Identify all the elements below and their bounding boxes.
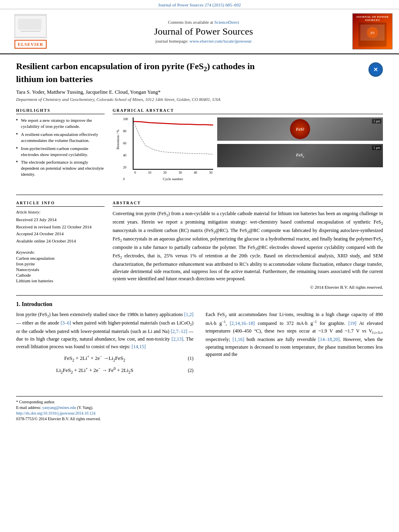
article-title: Resilient carbon encapsulation of iron p… [16,61,368,85]
homepage-url[interactable]: www.elsevier.com/locate/jpowsour [189,39,251,43]
sciencedirect-link[interactable]: ScienceDirect [214,20,239,25]
copyright-line: © 2014 Elsevier B.V. All rights reserved… [113,285,383,290]
fes2-circle-top: FeS2 [290,119,310,139]
scale-badge-top: 1 μm [372,119,381,123]
chart-x-ticks: 0 10 20 30 40 50 [134,171,213,175]
equation-2-block: Li2FeS2 + 2Li+ + 2e− → Fe0 + 2Li2S (2) [16,366,193,374]
retention-line-svg [134,119,213,156]
article-content: Resilient carbon encapsulation of iron p… [0,54,399,390]
crossmark-badge[interactable]: ✕ [368,62,383,77]
sem-image-bottom: FeS2 1 μm [217,144,383,167]
equation-2: Li2FeS2 + 2Li+ + 2e− → Fe0 + 2Li2S [16,366,173,374]
highlights-column: HIGHLIGHTS We report a new strategy to i… [16,108,105,189]
scale-badge-bottom: 1 μm [372,146,381,150]
journal-cover-image: JOURNAL OF POWER SOURCES PS [352,13,393,49]
graphical-abstract-header: GRAPHICAL ABSTRACT [113,108,383,114]
section-divider-1 [16,195,383,195]
highlights-header: HIGHLIGHTS [16,108,105,114]
keyword-item: Nanocrystals [16,267,105,272]
doi-link: http://dx.doi.org/10.1016/j.jpowsour.201… [16,411,383,415]
introduction-section: 1. Introduction Iron pyrite (FeS2) has b… [16,301,383,378]
graph-chart: 0 10 20 30 40 50 [133,117,213,170]
received-date: Received 23 July 2014 [16,217,105,223]
section-divider-2 [16,295,383,296]
highlights-graphical-section: HIGHLIGHTS We report a new strategy to i… [16,108,383,189]
svg-rect-1 [18,18,42,29]
graphical-abstract-content: Retention / % 100 80 60 40 20 0 [113,117,383,189]
affiliation: Department of Chemistry and Geochemistry… [16,97,383,102]
header-left: ELSEVIER [6,14,55,49]
keyword-item: Cathode [16,273,105,277]
article-info-column: ARTICLE INFO Article history: Received 2… [16,201,105,289]
journal-logo-text: JOURNAL OF POWER SOURCES [354,15,391,22]
abstract-header: ABSTRACT [113,201,383,207]
journal-logo-placeholder [14,14,47,38]
ref-1-16[interactable]: [1,16] [232,337,244,342]
history-label: Article history: [16,210,105,214]
equation-2-number: (2) [181,368,193,374]
sem-images-column: FeS2 1 μm FeS2 1 μm [217,117,383,189]
article-title-section: Resilient carbon encapsulation of iron p… [16,61,383,85]
corresponding-author-note: * Corresponding author. [16,400,383,404]
ref-3-6[interactable]: [3–6] [61,320,71,326]
footer-issn: 0378-7753/© 2014 Elsevier B.V. All right… [16,417,383,421]
intro-left-col: Iron pyrite (FeS2) has been extensively … [16,311,193,378]
chart-x-label: Cycle number [133,177,213,181]
ref-1-2[interactable]: [1,2] [184,312,193,317]
intro-text-right: Each FeS2 unit accommodates four Li-ions… [206,311,383,358]
svg-text:PS: PS [370,31,374,35]
doi-url[interactable]: http://dx.doi.org/10.1016/j.jpowsour.201… [16,411,95,415]
chart-y-ticks: 100 80 60 40 20 0 [123,117,128,181]
intro-title: Introduction [22,301,52,307]
sem-image-top: FeS2 1 μm [217,117,383,141]
intro-right-col: Each FeS2 unit accommodates four Li-ions… [206,311,383,378]
retention-chart: Retention / % 100 80 60 40 20 0 [133,117,213,181]
fes2-label-bottom: FeS2 [296,153,304,158]
email-note: E-mail address: yanyang@mines.edu (Y. Ya… [16,405,383,410]
homepage-line: journal homepage: www.elsevier.com/locat… [63,39,344,43]
ref-14-18-20[interactable]: [14–18,20] [318,337,339,342]
article-footer: * Corresponding author. E-mail address: … [16,396,383,424]
keyword-item: Carbon encapsulation [16,256,105,261]
highlights-list: We report a new strategy to improve the … [16,117,105,177]
ref-2-14-16-18[interactable]: [2,14,16–18] [230,320,255,326]
equation-1-number: (1) [181,355,193,362]
equation-1-block: FeS2 + 2Li+ + 2e− →Li2FeS2 (1) [16,354,193,362]
ref-19[interactable]: [19] [348,320,356,326]
ref-14-15[interactable]: [14,15] [132,344,146,349]
abstract-column: ABSTRACT Converting iron pyrite (FeS2) f… [113,201,383,289]
journal-title: Journal of Power Sources [63,26,344,37]
keywords-section: Keywords: Carbon encapsulation Iron pyri… [16,250,105,283]
accepted-date: Accepted 24 October 2014 [16,231,105,237]
journal-bar: Journal of Power Sources 274 (2015) 685–… [0,0,399,9]
intro-number: 1. [16,301,21,307]
intro-text-left: Iron pyrite (FeS2) has been extensively … [16,311,193,350]
graphical-abstract-column: GRAPHICAL ABSTRACT Retention / % 100 80 … [113,108,383,189]
revised-date: Received in revised form 22 October 2014 [16,224,105,230]
journal-header: ELSEVIER Contents lists available at Sci… [0,9,399,54]
keyword-item: Iron pyrite [16,261,105,266]
article-history: Article history: Received 23 July 2014 R… [16,210,105,244]
article-info-header: ARTICLE INFO [16,201,105,207]
contents-line: Contents lists available at ScienceDirec… [63,20,344,25]
header-center: Contents lists available at ScienceDirec… [55,20,352,43]
introduction-body: Iron pyrite (FeS2) has been extensively … [16,311,383,378]
keyword-item: Lithium ion batteries [16,278,105,283]
journal-citation: Journal of Power Sources 274 (2015) 685–… [158,2,241,7]
author-email[interactable]: yanyang@mines.edu [42,405,76,410]
svg-text:✕: ✕ [373,67,378,73]
introduction-heading: 1. Introduction [16,301,383,308]
ref-2-13[interactable]: [2,13] [171,336,183,342]
equation-1: FeS2 + 2Li+ + 2e− →Li2FeS2 [16,354,173,362]
highlight-item: We report a new strategy to improve the … [16,117,105,129]
highlight-item: Iron-pyrite/resilient-carbon composite e… [16,146,105,158]
ref-2-7-12[interactable]: [2,7–12] [171,329,187,334]
highlight-item: A resilient-carbon encapsulation effecti… [16,131,105,144]
highlight-item: The electrode performance is strongly de… [16,159,105,177]
keywords-label: Keywords: [16,250,105,255]
authors: Tara S. Yoder, Matthew Tussing, Jacqueli… [16,89,383,95]
available-online-date: Available online 24 October 2014 [16,238,105,244]
info-abstract-section: ARTICLE INFO Article history: Received 2… [16,201,383,289]
chart-y-label: Retention / % [116,129,120,150]
elsevier-logo: ELSEVIER [14,40,47,49]
